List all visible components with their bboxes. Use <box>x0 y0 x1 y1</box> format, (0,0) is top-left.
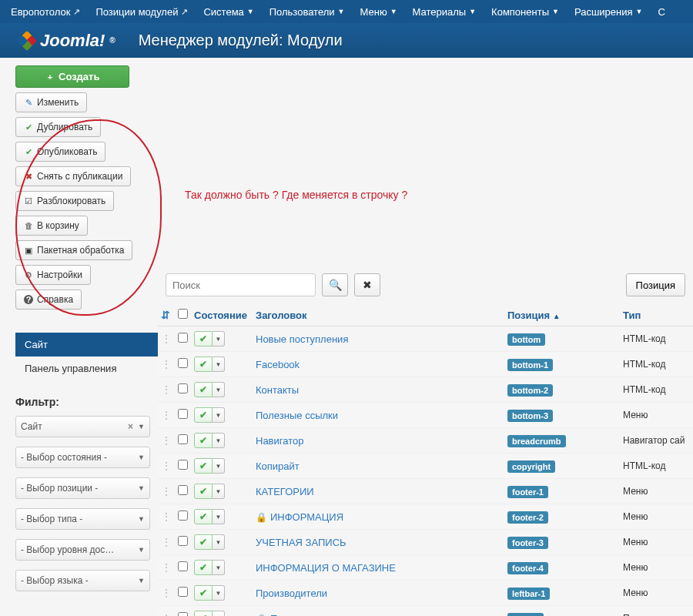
module-title-link[interactable]: 🔒ИНФОРМАЦИЯ <box>256 511 343 523</box>
search-button[interactable]: 🔍 <box>322 273 348 296</box>
chevron-down-icon: ▼ <box>213 534 225 550</box>
chevron-down-icon: ▼ <box>138 546 145 554</box>
cancel-icon: ✖ <box>24 172 33 181</box>
clear-filter-icon[interactable]: × <box>128 421 133 432</box>
tab-site[interactable]: Сайт <box>15 333 158 357</box>
publish-state-button[interactable]: ✔▼ <box>194 357 225 372</box>
module-title-link[interactable]: 🔒Поиск <box>256 613 298 617</box>
table-row: ⋮✔▼КАТЕГОРИИfooter-1Меню <box>158 479 693 504</box>
drag-handle-icon[interactable]: ⋮ <box>161 561 172 574</box>
drag-handle-icon[interactable]: ⋮ <box>161 587 172 599</box>
module-title-link[interactable]: УЧЕТНАЯ ЗАПИСЬ <box>256 537 346 548</box>
chevron-down-icon: ▼ <box>390 8 397 15</box>
row-checkbox[interactable] <box>178 485 188 495</box>
row-checkbox[interactable] <box>178 587 188 597</box>
drag-handle-icon[interactable]: ⋮ <box>161 383 172 396</box>
drag-handle-icon[interactable]: ⋮ <box>161 460 172 472</box>
trash-button[interactable]: 🗑В корзину <box>15 216 88 236</box>
new-button[interactable]: +Создать <box>15 65 129 88</box>
sort-order-icon[interactable]: ⇵ <box>161 309 170 321</box>
publish-button[interactable]: ✔Опубликовать <box>15 142 105 162</box>
drag-handle-icon[interactable]: ⋮ <box>161 612 172 616</box>
modules-table: ⇵ Состояние Заголовок Позиция ▲ Тип ⋮✔▼Н… <box>158 304 693 616</box>
module-title-link[interactable]: ИНФОРМАЦИЯ О МАГАЗИНЕ <box>256 562 396 574</box>
options-button[interactable]: ⚙Настройки <box>15 265 91 285</box>
publish-state-button[interactable]: ✔▼ <box>194 560 225 575</box>
row-checkbox[interactable] <box>178 434 188 444</box>
duplicate-button[interactable]: ✔Дублировать <box>15 117 101 137</box>
header: Joomla!® Менеджер модулей: Модули <box>0 23 693 58</box>
module-title-link[interactable]: Полезные ссылки <box>256 410 338 421</box>
publish-state-button[interactable]: ✔▼ <box>194 585 225 601</box>
select-all-checkbox[interactable] <box>178 309 188 319</box>
filter-select-4[interactable]: - Выбор уровня дос…▼ <box>15 539 150 561</box>
drag-handle-icon[interactable]: ⋮ <box>161 536 172 548</box>
module-title-link[interactable]: Копирайт <box>256 460 300 472</box>
module-title-link[interactable]: Производители <box>256 588 327 599</box>
col-position[interactable]: Позиция ▲ <box>504 304 620 326</box>
nav-материалы[interactable]: Материалы ▼ <box>407 6 483 18</box>
unlock-button[interactable]: ☑Разблокировать <box>15 191 114 211</box>
module-title-link[interactable]: КАТЕГОРИИ <box>256 486 314 497</box>
module-title-link[interactable]: Контакты <box>256 384 299 396</box>
nav-позиции модулей[interactable]: Позиции модулей ↗ <box>89 6 194 18</box>
nav-расширения[interactable]: Расширения ▼ <box>568 6 649 18</box>
published-icon: ✔ <box>194 433 213 448</box>
chevron-down-icon: ▼ <box>247 8 254 15</box>
row-checkbox[interactable] <box>178 358 188 368</box>
publish-state-button[interactable]: ✔▼ <box>194 407 225 423</box>
filter-select-2[interactable]: - Выбор позиции -▼ <box>15 477 150 499</box>
publish-state-button[interactable]: ✔▼ <box>194 458 225 474</box>
nav-с[interactable]: С <box>651 6 671 18</box>
drag-handle-icon[interactable]: ⋮ <box>161 333 172 345</box>
drag-handle-icon[interactable]: ⋮ <box>161 358 172 370</box>
row-checkbox[interactable] <box>178 511 188 521</box>
publish-state-button[interactable]: ✔▼ <box>194 509 225 524</box>
col-type[interactable]: Тип <box>620 304 693 326</box>
drag-handle-icon[interactable]: ⋮ <box>161 485 172 497</box>
row-checkbox[interactable] <box>178 612 188 616</box>
row-checkbox[interactable] <box>178 409 188 419</box>
row-checkbox[interactable] <box>178 536 188 546</box>
search-input[interactable] <box>166 273 316 296</box>
filter-select-3[interactable]: - Выбор типа -▼ <box>15 508 150 530</box>
edit-button[interactable]: ✎Изменить <box>15 92 87 112</box>
module-title-link[interactable]: Навигатор <box>256 435 303 447</box>
unpublish-button[interactable]: ✖Снять с публикации <box>15 166 131 186</box>
publish-state-button[interactable]: ✔▼ <box>194 382 225 397</box>
publish-state-button[interactable]: ✔▼ <box>194 433 225 448</box>
batch-button[interactable]: ▣Пакетная обработка <box>15 240 132 260</box>
tab-admin[interactable]: Панель управления <box>15 357 158 380</box>
nav-европотолок[interactable]: Европотолок ↗ <box>5 6 86 18</box>
sidebar-tabs: Сайт Панель управления <box>15 333 158 380</box>
publish-state-button[interactable]: ✔▼ <box>194 534 225 550</box>
position-dropdown-button[interactable]: Позиция <box>626 273 685 296</box>
lock-icon: 🔒 <box>256 512 267 523</box>
nav-меню[interactable]: Меню ▼ <box>354 6 403 18</box>
drag-handle-icon[interactable]: ⋮ <box>161 434 172 447</box>
nav-пользователи[interactable]: Пользователи ▼ <box>263 6 351 18</box>
publish-state-button[interactable]: ✔▼ <box>194 611 225 616</box>
drag-handle-icon[interactable]: ⋮ <box>161 409 172 421</box>
row-checkbox[interactable] <box>178 383 188 393</box>
filter-select-0[interactable]: Сайт×▼ <box>15 416 150 437</box>
publish-state-button[interactable]: ✔▼ <box>194 331 225 346</box>
joomla-logo-icon <box>18 32 35 49</box>
drag-handle-icon[interactable]: ⋮ <box>161 511 172 523</box>
filter-select-5[interactable]: - Выбор языка -▼ <box>15 570 150 591</box>
publish-state-button[interactable]: ✔▼ <box>194 484 225 499</box>
chevron-down-icon: ▼ <box>213 458 225 474</box>
module-title-link[interactable]: Новые поступления <box>256 333 348 345</box>
nav-система[interactable]: Система ▼ <box>197 6 259 18</box>
col-title[interactable]: Заголовок <box>253 304 504 326</box>
module-title-link[interactable]: Facebook <box>256 359 300 370</box>
row-checkbox[interactable] <box>178 561 188 571</box>
row-checkbox[interactable] <box>178 333 188 343</box>
filter-select-1[interactable]: - Выбор состояния -▼ <box>15 447 150 468</box>
col-state[interactable]: Состояние <box>191 304 253 326</box>
help-button[interactable]: ?Справка <box>15 290 82 310</box>
lock-icon: 🔒 <box>256 614 267 617</box>
nav-компоненты[interactable]: Компоненты ▼ <box>485 6 565 18</box>
row-checkbox[interactable] <box>178 460 188 470</box>
clear-search-button[interactable]: ✖ <box>354 273 380 296</box>
